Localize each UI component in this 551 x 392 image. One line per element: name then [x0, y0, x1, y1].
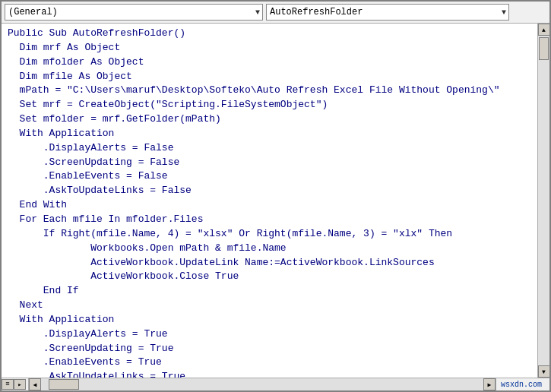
corner-buttons: ≡ ▸: [2, 378, 29, 390]
status-btn-right[interactable]: ▸: [14, 379, 26, 390]
code-block: Public Sub AutoRefreshFolder() Dim mrf A…: [8, 27, 537, 378]
wsxdn-link[interactable]: wsxdn.com: [501, 381, 545, 389]
scroll-down-button[interactable]: ▼: [538, 365, 550, 378]
scroll-track-vertical[interactable]: [538, 36, 549, 365]
general-dropdown[interactable]: (General): [5, 4, 263, 21]
scroll-track-horizontal[interactable]: [41, 378, 483, 390]
scroll-up-button[interactable]: ▲: [538, 24, 550, 36]
proc-dropdown[interactable]: AutoRefreshFolder: [266, 4, 509, 21]
vba-editor-window: (General) ▼ AutoRefreshFolder ▼ Public S…: [0, 0, 551, 392]
editor-area: Public Sub AutoRefreshFolder() Dim mrf A…: [2, 24, 549, 378]
proc-dropdown-wrap[interactable]: AutoRefreshFolder ▼: [266, 4, 509, 21]
general-dropdown-wrap[interactable]: (General) ▼: [5, 4, 263, 21]
status-btn-left[interactable]: ≡: [2, 379, 14, 390]
scroll-right-button[interactable]: ▶: [483, 378, 496, 390]
code-container[interactable]: Public Sub AutoRefreshFolder() Dim mrf A…: [2, 24, 537, 378]
status-brand: wsxdn.com: [496, 378, 549, 390]
scroll-thumb-horizontal[interactable]: [49, 379, 79, 390]
horizontal-scrollbar[interactable]: ◀ ▶: [29, 378, 496, 390]
scroll-left-button[interactable]: ◀: [29, 378, 41, 390]
scroll-thumb-vertical[interactable]: [539, 37, 549, 60]
vertical-scrollbar[interactable]: ▲ ▼: [537, 24, 549, 378]
toolbar: (General) ▼ AutoRefreshFolder ▼: [2, 2, 549, 24]
bottom-bar: ≡ ▸ ◀ ▶ wsxdn.com: [2, 378, 549, 390]
